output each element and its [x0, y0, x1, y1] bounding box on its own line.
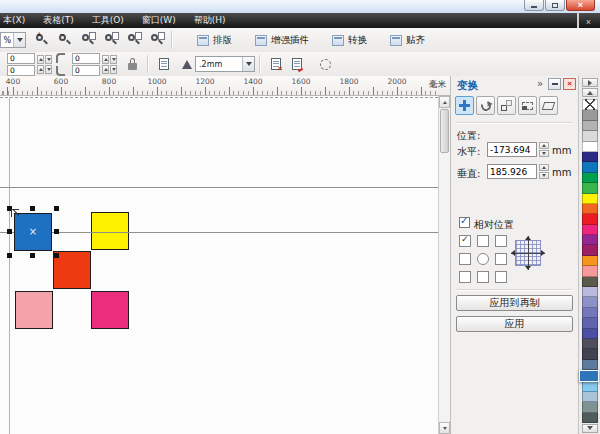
palette-flyout-button[interactable]: [582, 78, 598, 87]
anchor-bottom-center[interactable]: [477, 271, 489, 283]
palette-swatch-15[interactable]: [582, 256, 598, 266]
zoom-out-button[interactable]: −: [54, 30, 75, 50]
rotate-anchor-icon[interactable]: [11, 209, 19, 217]
scale-mirror-tool-button[interactable]: [497, 96, 516, 115]
selection-handle[interactable]: [54, 253, 59, 258]
spin-down-button[interactable]: [539, 172, 549, 179]
close-button[interactable]: ×: [566, 0, 595, 11]
palette-swatch-14[interactable]: [582, 245, 598, 255]
vertical-position-input[interactable]: [487, 164, 537, 179]
palette-swatch-23[interactable]: [582, 339, 598, 349]
palette-swatch-26[interactable]: [579, 370, 599, 381]
selection-handle[interactable]: [54, 206, 59, 211]
palette-swatch-6[interactable]: [582, 162, 598, 172]
palette-swatch-24[interactable]: [582, 349, 598, 359]
palette-swatch-25[interactable]: [582, 360, 598, 370]
apply-to-duplicate-button[interactable]: 应用到再制: [456, 295, 573, 311]
rotate-tool-button[interactable]: [476, 96, 495, 115]
anchor-top-left[interactable]: [459, 235, 471, 247]
docker-close-button[interactable]: ×: [563, 78, 576, 90]
zoom-width-button[interactable]: [146, 30, 167, 50]
convert-to-curves-button[interactable]: [315, 54, 336, 74]
toolbar-button-4[interactable]: 贴齐: [383, 31, 432, 50]
menu-item-2[interactable]: 表格(T): [34, 14, 83, 27]
menu-item-4[interactable]: 窗口(W): [133, 14, 185, 27]
anchor-top-right[interactable]: [495, 235, 507, 247]
zoom-all-button[interactable]: [100, 30, 121, 50]
palette-swatch-28[interactable]: [582, 392, 598, 402]
spin-down-button[interactable]: [110, 55, 117, 64]
palette-swatch-29[interactable]: [582, 402, 598, 412]
zoom-selected-button[interactable]: [77, 30, 98, 50]
docker-minimize-button[interactable]: [548, 78, 561, 90]
selection-handle[interactable]: [30, 253, 35, 258]
palette-swatch-13[interactable]: [582, 235, 598, 245]
doc-close-button[interactable]: ×: [586, 13, 591, 28]
vertical-scrollbar[interactable]: [438, 96, 450, 434]
spin-up-button[interactable]: [37, 55, 44, 64]
scroll-up-button[interactable]: [439, 96, 450, 108]
palette-swatch-17[interactable]: [582, 277, 598, 287]
zoom-level-combo[interactable]: %: [0, 32, 26, 48]
toolbar-button-2[interactable]: 增强插件: [248, 31, 316, 50]
selection-handle[interactable]: [54, 229, 59, 234]
palette-swatch-7[interactable]: [582, 173, 598, 183]
lock-ratio-button[interactable]: [122, 54, 143, 74]
palette-scroll-up-button[interactable]: [582, 88, 598, 97]
palette-swatch-16[interactable]: [582, 266, 598, 276]
square-yellow[interactable]: [91, 212, 129, 250]
position-tool-button[interactable]: [455, 96, 474, 115]
toolbar-button-1[interactable]: 排版: [190, 31, 239, 50]
selection-center-x-icon[interactable]: ×: [29, 226, 37, 237]
palette-swatch-2[interactable]: [582, 121, 598, 131]
palette-swatch-18[interactable]: [582, 287, 598, 297]
palette-swatch-21[interactable]: [582, 318, 598, 328]
palette-swatch-27[interactable]: [582, 382, 598, 392]
relative-position-checkbox[interactable]: [459, 217, 470, 228]
palette-swatch-1[interactable]: [582, 110, 598, 120]
menu-item-1[interactable]: 本(X): [0, 14, 34, 27]
anchor-middle-left[interactable]: [459, 253, 471, 265]
spin-down-button[interactable]: [45, 55, 52, 64]
edit-fill-button[interactable]: [286, 54, 307, 74]
spin-down-button[interactable]: [539, 150, 549, 157]
palette-swatch-5[interactable]: [582, 152, 598, 162]
spin-up-button[interactable]: [539, 142, 549, 149]
docker-collapse-chevrons[interactable]: »: [537, 78, 543, 89]
anchor-top-center[interactable]: [477, 235, 489, 247]
palette-swatch-30[interactable]: [582, 413, 598, 423]
palette-swatch-20[interactable]: [582, 308, 598, 318]
palette-swatch-22[interactable]: [582, 329, 598, 339]
outline-width-combo[interactable]: .2mm: [195, 56, 255, 72]
corner-radius-bottom-right-input[interactable]: [72, 65, 100, 76]
palette-swatch-10[interactable]: [582, 204, 598, 214]
palette-swatch-9[interactable]: [582, 194, 598, 204]
wrap-text-button[interactable]: [153, 54, 174, 74]
remove-outline-button[interactable]: [265, 54, 286, 74]
corner-radius-top-left-input[interactable]: [7, 53, 35, 64]
size-tool-button[interactable]: [518, 96, 537, 115]
palette-swatch-4[interactable]: [582, 142, 598, 152]
chevron-down-icon[interactable]: [242, 57, 254, 71]
doc-restore-button[interactable]: [577, 13, 579, 28]
toolbar-button-3[interactable]: 转换: [325, 31, 374, 50]
apply-button[interactable]: 应用: [456, 316, 573, 332]
corner-radius-top-right-input[interactable]: [72, 53, 100, 64]
corner-radius-bottom-left-input[interactable]: [7, 65, 35, 76]
horizontal-position-input[interactable]: [487, 142, 537, 157]
scrollbar-thumb[interactable]: [440, 109, 449, 153]
selection-handle[interactable]: [7, 229, 12, 234]
anchor-bottom-right[interactable]: [495, 271, 507, 283]
palette-swatch-12[interactable]: [582, 225, 598, 235]
palette-swatch-3[interactable]: [582, 131, 598, 141]
spin-up-button[interactable]: [539, 164, 549, 171]
guideline-dashed[interactable]: [0, 97, 438, 98]
guideline-horizontal-2[interactable]: [0, 232, 438, 233]
menu-item-3[interactable]: 工具(O): [83, 14, 133, 27]
palette-swatch-19[interactable]: [582, 297, 598, 307]
maximize-button[interactable]: [545, 0, 565, 11]
palette-swatch-none[interactable]: [582, 99, 598, 110]
zoom-page-button[interactable]: [123, 30, 144, 50]
anchor-bottom-left[interactable]: [459, 271, 471, 283]
square-pink[interactable]: [15, 291, 53, 329]
